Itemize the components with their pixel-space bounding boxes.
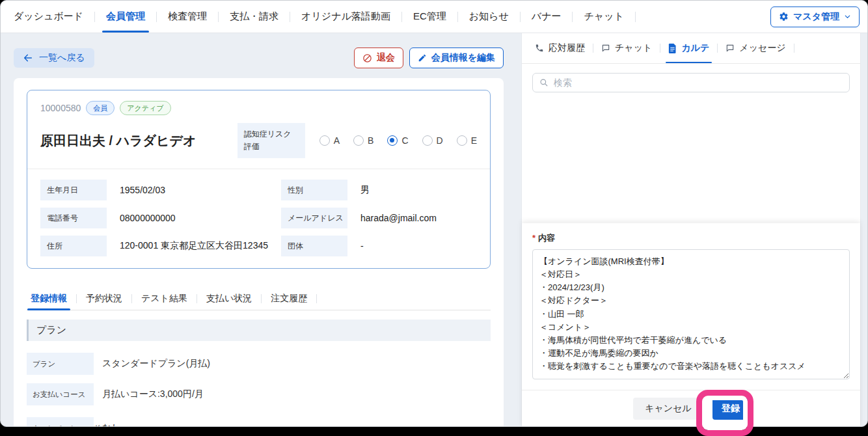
- radio-icon: [422, 135, 433, 146]
- plan-row: お支払いコース 月払いコース:3,000円/月: [27, 383, 491, 405]
- tab-label: チャット: [615, 42, 652, 54]
- field-label-email: メールアドレス: [281, 208, 347, 228]
- tab-karte[interactable]: カルテ: [668, 33, 709, 63]
- field-label-address: 住所: [40, 236, 107, 256]
- chevron-down-icon: [844, 13, 851, 20]
- field-label-birthdate: 生年月日: [40, 180, 107, 200]
- nav-item-chat[interactable]: チャット: [584, 1, 623, 33]
- tab-order-history[interactable]: 注文履歴: [271, 287, 307, 310]
- risk-option-b[interactable]: B: [353, 135, 373, 146]
- member-id: 10000580: [40, 103, 81, 113]
- search-input[interactable]: [554, 77, 843, 88]
- risk-option-label: A: [334, 135, 340, 146]
- nav-separator: [572, 12, 573, 22]
- nav-item-examinations[interactable]: 検査管理: [168, 1, 207, 33]
- plan-row: キャンペーンコード なし: [27, 417, 491, 427]
- plan-section-header: プラン: [27, 320, 491, 341]
- register-button[interactable]: 登録: [712, 398, 749, 420]
- nav-item-rakugo-videos[interactable]: オリジナル落語動画: [301, 1, 390, 33]
- phone-icon: [535, 44, 544, 53]
- search-box: [532, 73, 850, 92]
- communication-tabs: 応対履歴 チャット カルテ: [522, 33, 860, 64]
- field-value-address: 120-0001 東京都足立区大谷田12345: [120, 240, 268, 252]
- risk-option-c[interactable]: C: [387, 135, 408, 146]
- field-value-phone: 08000000000: [120, 213, 268, 223]
- field-value-email: harada@jmail.com: [360, 213, 477, 223]
- withdraw-button[interactable]: 退会: [354, 48, 403, 68]
- content-field-label: 内容: [538, 233, 555, 243]
- field-label-gender: 性別: [281, 180, 347, 200]
- plan-fields: プラン スタンダードプラン(月払) お支払いコース 月払いコース:3,000円/…: [27, 353, 491, 427]
- tab-reservation-status[interactable]: 予約状況: [86, 287, 122, 310]
- risk-option-d[interactable]: D: [422, 135, 443, 146]
- risk-option-a[interactable]: A: [319, 135, 340, 146]
- risk-option-label: C: [401, 135, 408, 146]
- tab-separator: [316, 294, 317, 303]
- tab-test-results[interactable]: テスト結果: [141, 287, 187, 310]
- member-detail-area: 一覧へ戻る 退会 会員情報を編集: [1, 33, 504, 427]
- campaign-code-label: キャンペーンコード: [27, 417, 94, 427]
- payment-course-value: 月払いコース:3,000円/月: [102, 388, 204, 400]
- tab-label: カルテ: [681, 42, 709, 54]
- required-asterisk: *: [532, 233, 536, 243]
- nav-separator: [290, 12, 290, 22]
- nav-item-news[interactable]: お知らせ: [469, 1, 509, 33]
- nav-separator: [457, 12, 458, 22]
- tab-separator: [76, 294, 77, 303]
- back-to-list-button[interactable]: 一覧へ戻る: [14, 48, 94, 68]
- divider: [27, 169, 490, 169]
- nav-separator: [520, 12, 521, 22]
- detail-toolbar: 一覧へ戻る 退会 会員情報を編集: [14, 48, 504, 68]
- risk-option-e[interactable]: E: [457, 135, 477, 146]
- empty-results-area: [522, 102, 860, 223]
- communication-panel: 応対履歴 チャット カルテ: [521, 33, 861, 427]
- plan-label: プラン: [27, 353, 94, 375]
- nav-item-ec[interactable]: EC管理: [413, 1, 446, 33]
- edit-member-button[interactable]: 会員情報を編集: [409, 48, 504, 68]
- risk-option-label: B: [368, 135, 373, 146]
- tab-registration-info[interactable]: 登録情報: [31, 287, 67, 310]
- cancel-button[interactable]: キャンセル: [633, 398, 703, 420]
- karte-entry-form: *内容 【オンライン面談(MRI検査付帯】 ＜対応日＞ ・2024/12/23(…: [522, 223, 860, 427]
- member-detail-card: 10000580 会員 アクティブ 原田日出夫 / ハラダヒデオ 認知症リスク評…: [14, 78, 504, 427]
- main-content: 一覧へ戻る 退会 会員情報を編集: [1, 33, 867, 427]
- tab-separator: [197, 294, 197, 303]
- nav-separator: [156, 12, 157, 22]
- form-footer: キャンセル 登録: [522, 390, 860, 427]
- field-value-gender: 男: [360, 184, 477, 196]
- campaign-code-value: なし: [102, 422, 121, 427]
- content-textarea[interactable]: 【オンライン面談(MRI検査付帯】 ＜対応日＞ ・2024/12/23(月) ＜…: [532, 249, 850, 379]
- edit-button-label: 会員情報を編集: [431, 52, 495, 64]
- withdraw-button-label: 退会: [377, 52, 395, 64]
- member-summary-card: 10000580 会員 アクティブ 原田日出夫 / ハラダヒデオ 認知症リスク評…: [27, 90, 491, 269]
- top-nav: ダッシュボード 会員管理 検査管理 支払・請求 オリジナル落語動画 EC管理 お…: [1, 1, 867, 33]
- detail-tabs: 登録情報 予約状況 テスト結果 支払い状況 注文履歴: [27, 287, 491, 310]
- tab-message[interactable]: メッセージ: [726, 33, 785, 63]
- member-fields: 生年月日 1955/02/03 性別 男 電話番号 08000000000 メー…: [40, 180, 477, 256]
- plan-row: プラン スタンダードプラン(月払): [27, 353, 491, 375]
- tab-payment-status[interactable]: 支払い状況: [206, 287, 252, 310]
- dementia-risk-radio-group: A B C D E: [319, 135, 477, 146]
- tab-label: メッセージ: [739, 42, 785, 54]
- master-management-button[interactable]: マスタ管理: [770, 7, 860, 27]
- tab-response-history[interactable]: 応対履歴: [535, 33, 585, 63]
- arrow-left-icon: [23, 53, 33, 63]
- document-icon: [668, 44, 677, 53]
- status-badge: アクティブ: [120, 101, 170, 115]
- chat-icon: [601, 44, 610, 53]
- nav-item-members[interactable]: 会員管理: [106, 1, 145, 33]
- tab-separator: [717, 44, 718, 53]
- tab-separator: [131, 294, 132, 303]
- risk-option-label: E: [471, 135, 477, 146]
- nav-item-dashboard[interactable]: ダッシュボード: [14, 1, 83, 33]
- chat-icon: [726, 44, 735, 53]
- nav-item-banner[interactable]: バナー: [532, 1, 562, 33]
- tab-separator: [593, 44, 593, 53]
- search-icon: [539, 78, 549, 87]
- tab-chat[interactable]: チャット: [601, 33, 652, 63]
- app-window: ダッシュボード 会員管理 検査管理 支払・請求 オリジナル落語動画 EC管理 お…: [0, 0, 868, 427]
- nav-separator: [94, 12, 95, 22]
- nav-item-billing[interactable]: 支払・請求: [230, 1, 278, 33]
- dementia-risk-label: 認知症リスク評価: [237, 123, 305, 158]
- plan-value: スタンダードプラン(月払): [102, 358, 210, 370]
